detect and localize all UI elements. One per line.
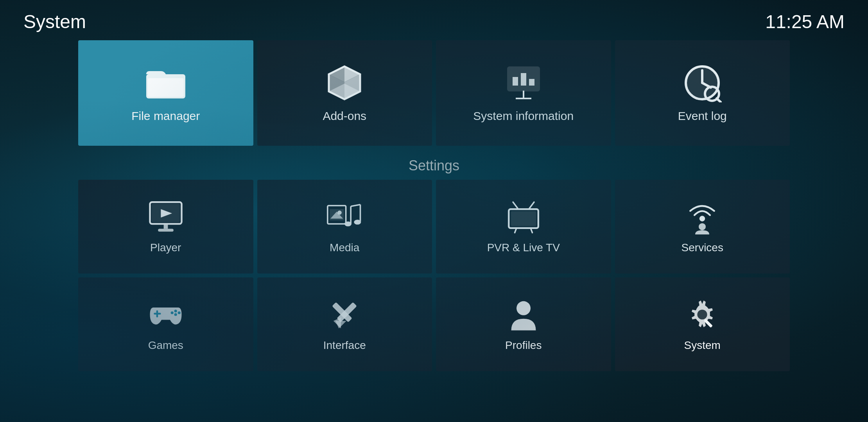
- system-information-label: System information: [473, 109, 574, 123]
- media-icon: [327, 199, 362, 234]
- folder-icon: [146, 63, 185, 102]
- tile-player[interactable]: Player: [78, 180, 253, 274]
- games-label: Games: [148, 339, 183, 352]
- file-manager-label: File manager: [131, 109, 200, 123]
- sysinfo-icon: [504, 63, 543, 102]
- svg-line-29: [351, 205, 360, 207]
- tile-event-log[interactable]: Event log: [615, 40, 790, 146]
- tile-interface[interactable]: Interface: [257, 277, 432, 371]
- tile-profiles[interactable]: Profiles: [436, 277, 611, 371]
- tile-games[interactable]: Games: [78, 277, 253, 371]
- settings-row-2: Games Interface: [78, 277, 790, 371]
- svg-point-45: [174, 309, 177, 312]
- services-icon: [685, 199, 720, 234]
- svg-line-36: [513, 202, 518, 209]
- svg-point-46: [174, 313, 177, 316]
- clock: 11:25 AM: [765, 11, 845, 32]
- pvr-icon: [506, 199, 541, 234]
- system-icon: [685, 297, 720, 332]
- media-label: Media: [330, 241, 359, 254]
- tile-system-information[interactable]: System information: [436, 40, 611, 146]
- svg-point-40: [699, 216, 705, 221]
- svg-rect-12: [521, 73, 526, 86]
- tile-services[interactable]: Services: [615, 180, 790, 274]
- svg-point-44: [170, 311, 173, 314]
- page-title: System: [23, 11, 86, 32]
- eventlog-icon: [683, 63, 722, 102]
- tile-system[interactable]: System: [615, 277, 790, 371]
- tile-pvr-live-tv[interactable]: PVR & Live TV: [436, 180, 611, 274]
- svg-point-33: [354, 220, 361, 225]
- profiles-label: Profiles: [505, 339, 542, 352]
- player-label: Player: [150, 241, 181, 254]
- svg-line-37: [529, 202, 534, 209]
- svg-point-32: [344, 222, 352, 227]
- svg-rect-35: [511, 211, 536, 226]
- services-label: Services: [681, 241, 723, 254]
- addons-icon: [325, 63, 364, 102]
- svg-line-18: [717, 98, 721, 102]
- tile-add-ons[interactable]: Add-ons: [257, 40, 432, 146]
- svg-rect-24: [158, 229, 174, 232]
- main-content: File manager A: [0, 40, 868, 371]
- event-log-label: Event log: [678, 109, 727, 123]
- svg-rect-43: [154, 313, 161, 315]
- svg-point-19: [686, 66, 719, 99]
- profiles-icon: [506, 297, 541, 332]
- svg-rect-13: [529, 79, 534, 86]
- settings-row-1: Player Media: [78, 180, 790, 274]
- svg-rect-11: [513, 77, 518, 86]
- svg-rect-1: [148, 78, 184, 97]
- player-icon: [148, 199, 183, 234]
- interface-label: Interface: [323, 339, 366, 352]
- svg-rect-23: [163, 224, 168, 229]
- pvr-live-tv-label: PVR & Live TV: [487, 241, 560, 254]
- settings-heading: Settings: [78, 157, 790, 174]
- svg-point-28: [337, 211, 342, 215]
- system-label: System: [684, 339, 721, 352]
- top-row: File manager A: [78, 40, 790, 146]
- svg-point-52: [516, 301, 531, 315]
- tile-media[interactable]: Media: [257, 180, 432, 274]
- svg-point-41: [699, 223, 706, 230]
- interface-icon: [327, 297, 362, 332]
- games-icon: [148, 297, 183, 332]
- tile-file-manager[interactable]: File manager: [78, 40, 253, 146]
- svg-point-53: [698, 309, 707, 319]
- svg-point-47: [178, 311, 180, 314]
- add-ons-label: Add-ons: [323, 109, 366, 123]
